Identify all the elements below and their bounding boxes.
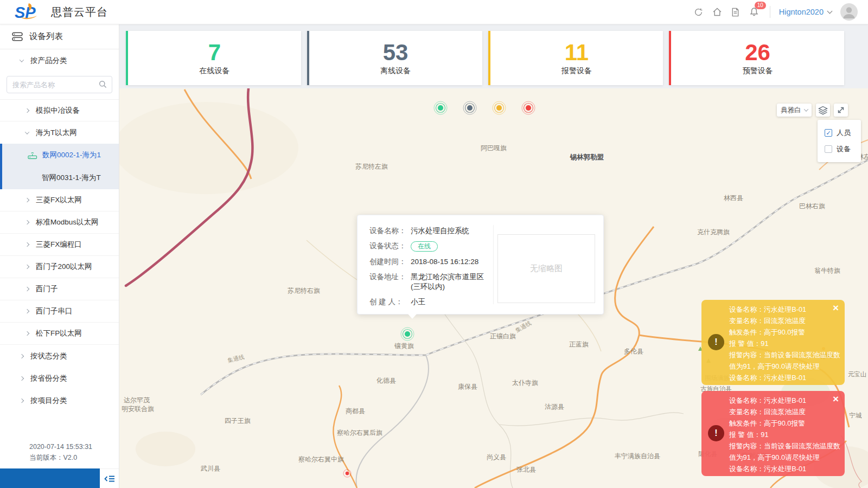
sidebar-item-product[interactable]: 西门子 bbox=[0, 278, 119, 300]
document-icon bbox=[730, 7, 741, 17]
chevron-right-icon bbox=[20, 398, 24, 402]
stat-label: 预警设备 bbox=[743, 66, 773, 76]
sidebar-item-product[interactable]: 西门子200以太网 bbox=[0, 256, 119, 278]
alert-row: 报 警 值：91 bbox=[729, 338, 840, 349]
sidebar-item-product[interactable]: 松下FP以太网 bbox=[0, 323, 119, 345]
chevron-right-icon bbox=[25, 198, 29, 202]
layer-checkbox-设备[interactable]: 设备 bbox=[825, 144, 861, 155]
app-logo: SP bbox=[14, 3, 43, 21]
stat-card-报警设备[interactable]: 11报警设备 bbox=[488, 31, 663, 85]
popup-row: 设备状态：在线 bbox=[369, 241, 493, 252]
status-badge: 在线 bbox=[411, 241, 438, 252]
notification-badge: 10 bbox=[755, 2, 766, 9]
product-list: 三菱FX以太网标准Modbus以太网三菱FX编程口西门子200以太网西门子西门子… bbox=[0, 189, 119, 345]
device-info-rows: 设备名称：污水处理自控系统设备状态：在线创建时间：2018-08-15 16:1… bbox=[369, 226, 493, 312]
alert-row: 设备名称：污水处理B-01 bbox=[729, 395, 840, 406]
sidebar-group-按状态分类[interactable]: 按状态分类 bbox=[0, 345, 119, 367]
sidebar-title: 设备列表 bbox=[0, 24, 119, 49]
stat-value: 26 bbox=[745, 41, 770, 65]
sidebar-group-按省份分类[interactable]: 按省份分类 bbox=[0, 367, 119, 389]
device-marker-online[interactable] bbox=[400, 326, 415, 344]
close-icon[interactable]: × bbox=[833, 303, 839, 313]
logo-icon: SP bbox=[14, 3, 43, 21]
stat-value: 53 bbox=[383, 41, 409, 65]
alert-toast-alarm: !×设备名称：污水处理B-01变量名称：回流泵池温度触发条件：高于90.0报警报… bbox=[701, 300, 845, 385]
legend-dot-alarm bbox=[492, 100, 507, 118]
alert-row: 报警内容：当前设备回流泵池温度数值为91，高于90.0请尽快处理 bbox=[729, 349, 840, 372]
device-marker-warning[interactable] bbox=[342, 468, 352, 480]
checkbox-icon[interactable] bbox=[825, 145, 832, 153]
sidebar-device-selected[interactable]: 数网0002-1-海为1 bbox=[2, 144, 119, 166]
notification-button[interactable]: 10 bbox=[745, 3, 763, 21]
stat-card-在线设备[interactable]: 7在线设备 bbox=[126, 31, 301, 85]
device-group: 数网0002-1-海为1 智网0031-1-海为T bbox=[0, 144, 119, 189]
chevron-right-icon bbox=[25, 331, 29, 336]
checkbox-checked-icon[interactable]: ✓ bbox=[825, 129, 832, 137]
map-layers-button[interactable] bbox=[816, 104, 830, 117]
alert-row: 触发条件：高于90.0报警 bbox=[729, 326, 840, 338]
device-list-icon bbox=[12, 32, 23, 41]
chevron-right-icon bbox=[25, 287, 29, 291]
popup-row: 设备名称：污水处理自控系统 bbox=[369, 226, 493, 236]
map-layer-panel: ✓人员设备 bbox=[818, 120, 861, 162]
stat-card-离线设备[interactable]: 53离线设备 bbox=[307, 31, 482, 85]
alert-icon: ! bbox=[708, 334, 724, 350]
expand-icon bbox=[837, 106, 845, 114]
layers-icon bbox=[818, 106, 828, 115]
home-icon bbox=[712, 7, 723, 17]
map-canvas[interactable]: 典雅白 ✓人员设备 设备名称：污水处理自控系统设备状态：在线创建时间：2018-… bbox=[119, 88, 868, 488]
sidebar-item-product[interactable]: 三菱FX编程口 bbox=[0, 234, 119, 256]
home-button[interactable] bbox=[708, 3, 726, 21]
collapse-sidebar-button[interactable] bbox=[100, 468, 119, 488]
refresh-button[interactable] bbox=[690, 3, 708, 21]
chevron-down-icon bbox=[827, 9, 833, 14]
popup-field-value: 污水处理自控系统 bbox=[411, 226, 493, 236]
legend-dot-offline bbox=[462, 100, 477, 118]
app-header: SP 思普云平台 10 bbox=[0, 0, 868, 24]
stat-label: 报警设备 bbox=[561, 66, 592, 76]
chevron-right-icon bbox=[20, 376, 24, 380]
device-info-popup: 设备名称：污水处理自控系统设备状态：在线创建时间：2018-08-15 16:1… bbox=[357, 215, 604, 314]
sidebar-item-product[interactable]: 三菱FX以太网 bbox=[0, 189, 119, 211]
sidebar-device-item[interactable]: 智网0031-1-海为T bbox=[2, 166, 119, 189]
user-menu[interactable]: Hignton2020 bbox=[779, 8, 832, 16]
stat-label: 离线设备 bbox=[380, 66, 411, 76]
map-fullscreen-button[interactable] bbox=[834, 104, 848, 117]
layer-checkbox-人员[interactable]: ✓人员 bbox=[825, 127, 861, 138]
chevron-down-icon bbox=[25, 130, 29, 134]
document-button[interactable] bbox=[726, 3, 745, 21]
legend-dot-online bbox=[433, 100, 448, 118]
chevron-right-icon bbox=[20, 354, 24, 358]
sidebar-item-product[interactable]: 西门子串口 bbox=[0, 300, 119, 323]
map-style-selector[interactable]: 典雅白 bbox=[777, 104, 812, 117]
chevron-right-icon bbox=[25, 108, 29, 112]
alert-icon: ! bbox=[708, 425, 724, 441]
chevron-right-icon bbox=[25, 220, 29, 224]
stat-value: 7 bbox=[208, 41, 221, 65]
sidebar-group-按项目分类[interactable]: 按项目分类 bbox=[0, 389, 119, 412]
sidebar-item-product-expanded[interactable]: 海为T以太网 bbox=[0, 121, 119, 144]
sidebar-item-product[interactable]: 模拟中冶设备 bbox=[0, 99, 119, 121]
stat-value: 11 bbox=[565, 41, 589, 65]
product-search bbox=[0, 72, 119, 99]
version-label: 当前版本：V2.0 bbox=[29, 452, 119, 463]
popup-field-value: 小王 bbox=[411, 297, 493, 307]
avatar[interactable] bbox=[840, 3, 858, 21]
stat-label: 在线设备 bbox=[199, 66, 229, 76]
close-icon[interactable]: × bbox=[833, 394, 839, 404]
user-icon bbox=[840, 3, 858, 21]
sidebar-item-product[interactable]: 标准Modbus以太网 bbox=[0, 211, 119, 234]
search-icon bbox=[99, 80, 107, 88]
search-input[interactable] bbox=[7, 76, 112, 93]
sidebar-footer-info: 2020-07-14 15:53:31 当前版本：V2.0 bbox=[0, 441, 119, 463]
stat-card-预警设备[interactable]: 26预警设备 bbox=[669, 31, 844, 85]
legend-dot-warning bbox=[521, 100, 536, 118]
collapse-bar-fill bbox=[0, 468, 100, 488]
category-list: 按状态分类按省份分类按项目分类 bbox=[0, 345, 119, 412]
alert-row: 变量名称：回流泵池温度 bbox=[729, 406, 840, 418]
sidebar-group-by-product[interactable]: 按产品分类 bbox=[0, 49, 119, 72]
current-time: 2020-07-14 15:53:31 bbox=[29, 441, 119, 452]
header-divider bbox=[770, 6, 770, 18]
page-title: 思普云平台 bbox=[51, 5, 108, 20]
chevron-right-icon bbox=[25, 265, 29, 269]
